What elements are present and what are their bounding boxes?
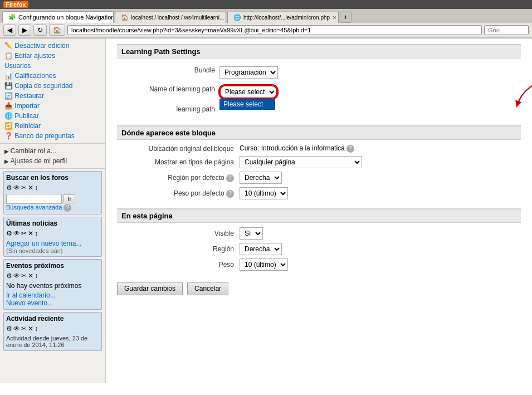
default-weight-help-icon[interactable]: ? (226, 190, 234, 198)
show-pages-select[interactable]: Cualquier página (240, 156, 362, 168)
please-select-dropdown[interactable]: Please select (219, 99, 275, 110)
page-layout: ✏️ Desactivar edición 📋 Editar ajustes U… (0, 38, 532, 383)
actividad-delete-icon[interactable]: ✕ (28, 325, 33, 333)
submit-area: Guardar cambios Cancelar (117, 282, 521, 295)
noticias-sub: (Sin novedades aún) (6, 247, 99, 254)
sidebar-item-restaurar[interactable]: 🔄 Restaurar (0, 91, 105, 101)
sidebar-item-reiniciar[interactable]: 🔁 Reiniciar (0, 121, 105, 131)
default-weight-label-text: Peso por defecto (174, 189, 224, 197)
sidebar-item-desactivar[interactable]: ✏️ Desactivar edición (0, 41, 105, 51)
buscar-up-icon[interactable]: ↕ (35, 184, 38, 192)
visible-row: Visible Sí (117, 227, 521, 240)
sidebar-link-desactivar[interactable]: Desactivar edición (14, 42, 69, 50)
sidebar-link-calificaciones[interactable]: Calificaciones (14, 72, 56, 80)
tab3-close-btn[interactable]: ✕ (332, 14, 336, 21)
tab-3[interactable]: 🌐 http://localhost/...le/admin/cron.php … (227, 12, 339, 23)
eventos-up-icon[interactable]: ↕ (35, 272, 38, 280)
sidebar-link-banco[interactable]: Banco de preguntas (14, 132, 74, 140)
address-bar[interactable] (67, 25, 482, 35)
default-region-help-icon[interactable]: ? (226, 174, 234, 182)
tab2-label: localhost / localhost / ws4multilearni..… (131, 14, 224, 21)
default-weight-value: 10 (último) (240, 187, 288, 199)
new-tab-button[interactable]: + (340, 12, 352, 23)
actividad-move-icon[interactable]: ✂ (21, 325, 27, 333)
sidebar-divider-1 (0, 143, 105, 144)
sidebar-item-banco[interactable]: ❓ Banco de preguntas (0, 131, 105, 141)
buscar-eye-icon[interactable]: 👁 (13, 184, 20, 192)
noticias-move-icon[interactable]: ✂ (21, 230, 27, 237)
sidebar-section-ajustes[interactable]: Ajustes de mi perfil (0, 156, 105, 166)
tab-2[interactable]: 🏠 localhost / localhost / ws4multilearni… (115, 12, 226, 23)
show-pages-row: Mostrar en tipos de página Cualquier pág… (117, 156, 521, 168)
sidebar-link-reiniciar[interactable]: Reiniciar (14, 122, 41, 130)
import-icon: 📥 (4, 102, 13, 110)
tab-icon: 🧩 (8, 13, 16, 21)
noticias-link-container: Agregar un nuevo tema... (6, 240, 99, 247)
default-weight-select[interactable]: 10 (último) (240, 187, 288, 199)
eventos-eye-icon[interactable]: 👁 (13, 272, 20, 280)
region-select[interactable]: Derecha (240, 243, 282, 255)
buscar-delete-icon[interactable]: ✕ (28, 184, 33, 192)
tabs-bar: 🧩 Configurando un bloque Navigation ... … (0, 9, 532, 23)
buscar-advanced-link[interactable]: Búsqueda avanzada (6, 204, 62, 211)
eventos-calendar-link[interactable]: Ir al calendario... (6, 291, 99, 299)
name-select[interactable]: Please select (219, 85, 277, 99)
noticias-eye-icon[interactable]: 👁 (13, 230, 20, 237)
region-label: Región (117, 245, 240, 253)
noticias-delete-icon[interactable]: ✕ (28, 230, 33, 237)
learning-path-row: learning path (117, 102, 521, 116)
sidebar-link-publicar[interactable]: Publicar (14, 112, 38, 120)
buscar-move-icon[interactable]: ✂ (21, 184, 27, 192)
sidebar-link-editar[interactable]: Editar ajustes (14, 52, 55, 60)
tab-label: Configurando un bloque Navigation ... (18, 14, 114, 21)
sidebar-item-publicar[interactable]: 🌐 Publicar (0, 111, 105, 121)
noticias-add-link[interactable]: Agregar un nuevo tema... (6, 240, 81, 247)
buscar-ir-button[interactable]: Ir (64, 194, 75, 203)
home-button[interactable]: 🏠 (49, 25, 65, 36)
buscar-settings-icon[interactable]: ⚙ (6, 184, 12, 192)
sidebar-block-actividad: Actividad reciente ⚙ 👁 ✂ ✕ ↕ Actividad d… (3, 312, 102, 351)
eventos-settings-icon[interactable]: ⚙ (6, 272, 12, 280)
eventos-move-icon[interactable]: ✂ (21, 272, 27, 280)
sidebar-section-cambiar[interactable]: Cambiar rol a... (0, 146, 105, 156)
back-button[interactable]: ◀ (3, 25, 16, 36)
sidebar-link-restaurar[interactable]: Restaurar (14, 92, 44, 100)
save-button[interactable]: Guardar cambios (117, 282, 183, 295)
actividad-eye-icon[interactable]: 👁 (13, 325, 20, 333)
bundle-row: Bundle Programación (117, 63, 521, 82)
eventos-new-link[interactable]: Nuevo evento... (6, 299, 53, 307)
cancel-button[interactable]: Cancelar (187, 282, 228, 295)
sidebar-link-copia[interactable]: Copia de seguridad (14, 82, 72, 90)
eventos-delete-icon[interactable]: ✕ (28, 272, 33, 280)
sidebar-item-copia[interactable]: 💾 Copia de seguridad (0, 81, 105, 91)
original-location-row: Ubicación original del bloque Curso: Int… (117, 144, 521, 153)
sidebar-item-importar[interactable]: 📥 Importar (0, 101, 105, 111)
visible-select[interactable]: Sí (240, 227, 263, 240)
location-help-icon[interactable]: ? (346, 145, 354, 153)
noticias-icons: ⚙ 👁 ✂ ✕ ↕ (6, 230, 99, 237)
this-page-header: En esta página (117, 208, 521, 223)
noticias-settings-icon[interactable]: ⚙ (6, 230, 12, 237)
sidebar-item-usuarios[interactable]: Usuarios (0, 61, 105, 71)
block-location-header: Dónde aparece este bloque (117, 125, 521, 140)
bundle-select[interactable]: Programación (219, 66, 278, 79)
noticias-up-icon[interactable]: ↕ (35, 230, 38, 237)
sidebar-link-importar[interactable]: Importar (14, 102, 40, 110)
reload-button[interactable]: ↻ (33, 25, 47, 36)
forward-button[interactable]: ▶ (18, 25, 31, 36)
sidebar-item-editar[interactable]: 📋 Editar ajustes (0, 51, 105, 61)
tab-active[interactable]: 🧩 Configurando un bloque Navigation ... … (2, 11, 114, 23)
search-bar[interactable] (484, 25, 529, 35)
weight-select[interactable]: 10 (último) (240, 259, 288, 271)
learning-path-form: Bundle Programación Name of learning pat… (117, 63, 521, 116)
actividad-settings-icon[interactable]: ⚙ (6, 325, 12, 333)
buscar-input[interactable] (6, 194, 62, 204)
sidebar-item-calificaciones[interactable]: 📊 Calificaciones (0, 71, 105, 81)
sidebar-link-usuarios[interactable]: Usuarios (4, 62, 31, 70)
actividad-up-icon[interactable]: ↕ (35, 325, 38, 333)
learning-path-header: Learning Path Settings (117, 44, 521, 58)
tab2-icon: 🏠 (121, 14, 129, 21)
buscar-help-icon[interactable]: ? (64, 204, 71, 212)
reset-icon: 🔁 (4, 122, 13, 130)
default-region-select[interactable]: Derecha (240, 172, 282, 184)
